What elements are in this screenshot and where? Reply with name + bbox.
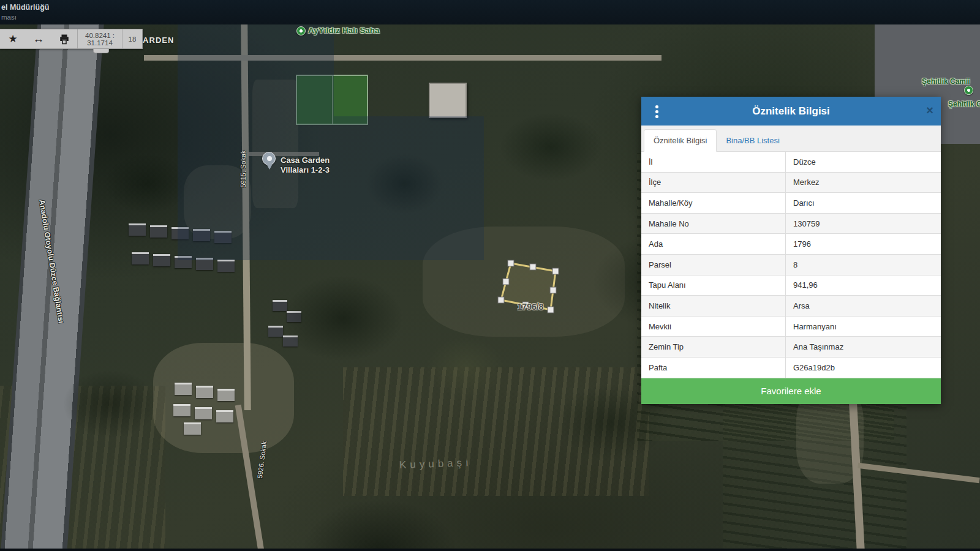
attribute-table: İlDüzce İlçeMerkez Mahalle/KöyDarıcı Mah… (641, 152, 941, 378)
row-value: 1796 (786, 234, 941, 254)
row-value: Ana Taşınmaz (786, 337, 941, 357)
measure-distance-button[interactable]: ↔ (26, 29, 51, 48)
row-value: Merkez (786, 173, 941, 193)
zoom-level-readout: 18 (123, 36, 142, 43)
app-title-line1: el Müdürlüğü (1, 3, 49, 12)
add-to-favorites-button[interactable]: Favorilere ekle (641, 378, 941, 404)
map-toolbar: ★ ↔ 40.8241 : 31.1714 18 (0, 29, 143, 49)
table-row: İlDüzce (641, 152, 941, 173)
attribute-info-panel: Öznitelik Bilgisi × Öznitelik Bilgisi Bi… (641, 97, 941, 404)
parcel-number-label: 1796/8 (506, 302, 555, 312)
table-row: Mahalle/KöyDarıcı (641, 193, 941, 214)
kebab-menu-icon[interactable] (654, 104, 660, 119)
bottom-edge-strip (0, 549, 980, 551)
favorites-star-button[interactable]: ★ (0, 29, 26, 48)
table-row: MevkiiHarmanyanı (641, 317, 941, 337)
row-label: Pafta (641, 358, 786, 378)
table-row: Parsel8 (641, 255, 941, 276)
close-icon[interactable]: × (926, 103, 933, 118)
row-label: İl (641, 152, 786, 172)
row-label: Zemin Tip (641, 337, 786, 357)
coordinates-readout: 40.8241 : 31.1714 (78, 32, 122, 47)
row-value: Harmanyanı (786, 317, 941, 337)
table-row: Mahalle No130759 (641, 214, 941, 234)
row-value: 130759 (786, 214, 941, 234)
row-value: Darıcı (786, 193, 941, 213)
table-row: PaftaG26a19d2b (641, 358, 941, 378)
row-value: G26a19d2b (786, 358, 941, 378)
printer-icon (58, 34, 70, 45)
table-row: İlçeMerkez (641, 173, 941, 193)
panel-tabbar: Öznitelik Bilgisi Bina/BB Listesi (641, 126, 941, 152)
row-label: Mahalle/Köy (641, 193, 786, 213)
table-row: Tapu Alanı941,96 (641, 276, 941, 296)
row-label: Mevkii (641, 317, 786, 337)
row-label: Nitelik (641, 296, 786, 316)
row-label: Tapu Alanı (641, 276, 786, 296)
toolbar-notch[interactable] (93, 49, 109, 53)
row-label: Mahalle No (641, 214, 786, 234)
print-button[interactable] (51, 29, 77, 48)
table-row: NitelikArsa (641, 296, 941, 317)
application-window: 1796/8 GARDEN AyYıldız Halı Saha Casa Ga… (0, 0, 980, 551)
row-value: 8 (786, 255, 941, 275)
panel-title: Öznitelik Bilgisi (752, 105, 830, 118)
app-title-bar: el Müdürlüğü ması (0, 0, 980, 24)
tab-bina-bb-listesi[interactable]: Bina/BB Listesi (717, 130, 788, 151)
tab-oznitelik-bilgisi[interactable]: Öznitelik Bilgisi (644, 129, 717, 152)
table-row: Zemin TipAna Taşınmaz (641, 337, 941, 358)
row-label: Ada (641, 234, 786, 254)
panel-header: Öznitelik Bilgisi × (641, 97, 941, 126)
row-label: Parsel (641, 255, 786, 275)
table-row: Ada1796 (641, 234, 941, 255)
row-value: 941,96 (786, 276, 941, 296)
app-title-line2: ması (1, 13, 17, 21)
row-label: İlçe (641, 173, 786, 193)
row-value: Düzce (786, 152, 941, 172)
row-value: Arsa (786, 296, 941, 316)
